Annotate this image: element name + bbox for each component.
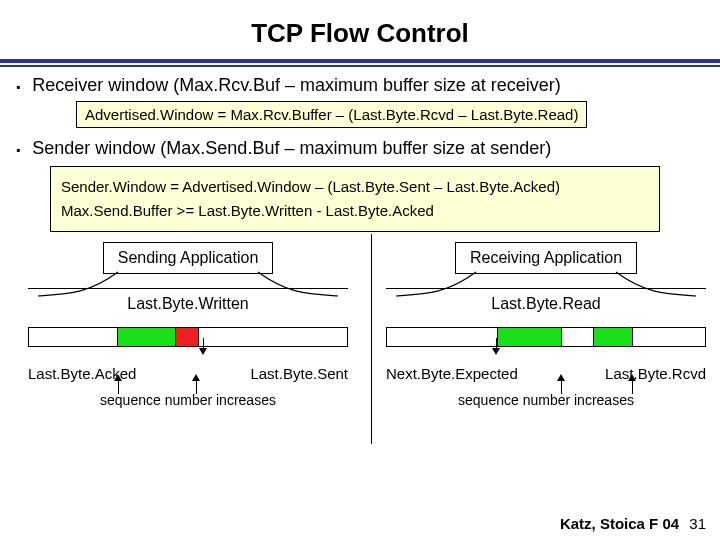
page-number: 31 [689, 515, 706, 532]
slide-title: TCP Flow Control [0, 0, 720, 59]
arrow-acked-head [114, 374, 122, 381]
arrow-next-expected-head [557, 374, 565, 381]
last-byte-sent-label: Last.Byte.Sent [250, 365, 348, 382]
arrow-next-expected [561, 380, 562, 394]
content-area: ▪ Receiver window (Max.Rcv.Buf – maximum… [0, 75, 720, 502]
footer: Katz, Stoica F 04 31 [560, 515, 706, 532]
bullet-receiver: ▪ Receiver window (Max.Rcv.Buf – maximum… [16, 75, 704, 97]
bullet-marker: ▪ [16, 77, 20, 97]
last-byte-written-label: Last.Byte.Written [28, 295, 348, 313]
arrow-written-head [199, 348, 207, 355]
formula-sender-window: Sender.Window = Advertised.Window – (Las… [61, 175, 649, 199]
seg-empty [29, 328, 117, 346]
title-rule [0, 59, 720, 67]
diagram-left: Sending Application Last.Byte.Written [28, 242, 348, 408]
last-byte-read-label: Last.Byte.Read [386, 295, 706, 313]
seg-sent-unacked [175, 328, 198, 346]
bullet-sender: ▪ Sender window (Max.Send.Buf – maximum … [16, 138, 704, 160]
below-labels-right: Next.Byte.Expected Last.Byte.Rcvd [386, 365, 706, 382]
diagram-divider [371, 234, 372, 444]
bullet-receiver-text: Receiver window (Max.Rcv.Buf – maximum b… [32, 75, 561, 96]
seq-note-right: sequence number increases [386, 392, 706, 408]
last-byte-rcvd-label: Last.Byte.Rcvd [605, 365, 706, 382]
hr-left [28, 288, 348, 289]
diagram-right: Receiving Application Last.Byte.Read [386, 242, 706, 408]
seg-unused [198, 328, 347, 346]
next-byte-expected-label: Next.Byte.Expected [386, 365, 518, 382]
seg-gap [561, 328, 593, 346]
diagram: Sending Application Last.Byte.Written [16, 242, 704, 502]
arrow-acked [118, 380, 119, 394]
formula-max-send: Max.Send.Buffer >= Last.Byte.Written - L… [61, 199, 649, 223]
bullet-sender-text: Sender window (Max.Send.Buf – maximum bu… [32, 138, 551, 159]
seq-note-left: sequence number increases [28, 392, 348, 408]
bullet-marker: ▪ [16, 140, 20, 160]
seg-ooo [593, 328, 632, 346]
seg-acked [117, 328, 175, 346]
arrow-read-head [492, 348, 500, 355]
hr-right [386, 288, 706, 289]
recv-buffer [386, 327, 706, 347]
seg-buffered [497, 328, 561, 346]
sending-app-box: Sending Application [103, 242, 274, 274]
send-buffer [28, 327, 348, 347]
below-labels-left: Last.Byte.Acked Last.Byte.Sent [28, 365, 348, 382]
arrow-rcvd [632, 380, 633, 394]
arrow-rcvd-head [628, 374, 636, 381]
receiving-app-box: Receiving Application [455, 242, 637, 274]
formula-sender-block: Sender.Window = Advertised.Window – (Las… [50, 166, 660, 232]
arrow-sent [196, 380, 197, 394]
footer-credit: Katz, Stoica F 04 [560, 515, 679, 532]
seg-read [387, 328, 497, 346]
seg-free [632, 328, 705, 346]
arrow-sent-head [192, 374, 200, 381]
formula-advertised: Advertised.Window = Max.Rcv.Buffer – (La… [76, 101, 587, 128]
